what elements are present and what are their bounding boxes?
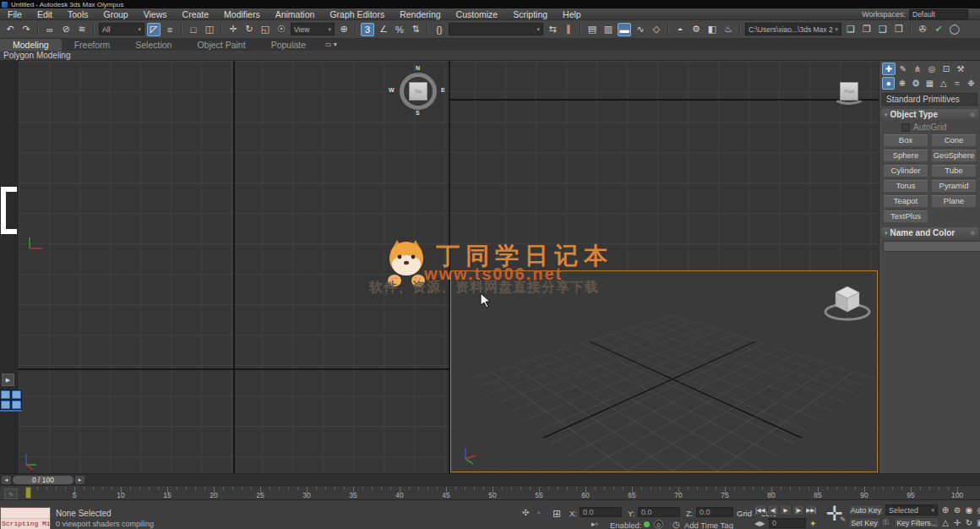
key-mode-toggle-icon[interactable]: ✦ — [809, 519, 816, 528]
menu-customize[interactable]: Customize — [449, 8, 506, 20]
menu-file[interactable]: File — [0, 8, 30, 20]
window-crossing-toggle[interactable]: ◫ — [203, 23, 216, 36]
project-folder-dropdown[interactable]: C:\Users\xiao...\3ds Max 202▾ — [745, 23, 841, 35]
set-key-button[interactable]: Set Key — [848, 517, 880, 528]
render-production-button[interactable]: ♨ — [721, 23, 735, 36]
play-button[interactable]: ▶ — [780, 504, 792, 515]
select-by-name-button[interactable]: ≡ — [163, 23, 177, 36]
ribbon-subbar[interactable]: Polygon Modeling — [0, 51, 980, 61]
select-and-move-button[interactable]: ✛ — [226, 23, 240, 36]
object-type-tube[interactable]: Tube — [931, 165, 977, 177]
object-type-torus[interactable]: Torus — [883, 180, 928, 193]
track-bar[interactable]: ∿ 05101520253035404550556065707580859095… — [0, 485, 980, 500]
rendered-frame-window-button[interactable]: ◧ — [705, 23, 719, 36]
keyable-icon[interactable]: ⚿ — [883, 518, 889, 527]
unlink-selection-button[interactable]: ⊘ — [59, 23, 73, 36]
zoom-icon[interactable]: ⊕ — [940, 504, 950, 515]
workspace-window-pencil-icon[interactable]: ❒ — [892, 23, 906, 36]
menu-views[interactable]: Views — [136, 8, 175, 20]
go-to-start-button[interactable]: |◀◀ — [754, 504, 766, 515]
select-and-scale-button[interactable]: ◱ — [259, 23, 272, 36]
toggle-ribbon-button[interactable]: ▬ — [618, 23, 631, 36]
primitive-category-dropdown[interactable]: Standard Primitives — [882, 93, 977, 106]
use-pivot-point-center-button[interactable]: ⊕ — [337, 23, 351, 36]
snaps-toggle-button[interactable]: 3 — [361, 23, 374, 36]
rollout-name-and-color[interactable]: ▾ Name and Color ⊙ — [881, 227, 978, 238]
material-editor-button[interactable]: ◓ — [673, 23, 687, 36]
zoom-extents-all-icon[interactable]: ◎ — [976, 504, 980, 515]
zoom-all-icon[interactable]: ⊚ — [952, 504, 962, 515]
display-tab-icon[interactable]: ⊡ — [939, 63, 953, 75]
undo-button[interactable]: ↶ — [3, 23, 17, 36]
menu-create[interactable]: Create — [175, 8, 217, 20]
mirror-button[interactable]: ⇆ — [546, 23, 559, 36]
object-type-textplus[interactable]: TextPlus — [883, 210, 928, 223]
object-type-box[interactable]: Box — [883, 134, 928, 147]
ribbon-tab-selection[interactable]: Selection — [122, 39, 184, 51]
mini-play-button[interactable]: ▶ — [2, 374, 14, 386]
object-type-teapot[interactable]: Teapot — [883, 195, 928, 208]
reference-coordinate-system-dropdown[interactable]: View▾ — [291, 23, 335, 35]
menu-help[interactable]: Help — [555, 8, 589, 20]
time-slider[interactable]: 0 / 100 — [13, 476, 74, 484]
select-and-link-button[interactable]: ∞ — [43, 23, 57, 36]
selection-filter-dropdown[interactable]: All▾ — [99, 23, 144, 35]
animation-toggle-icon[interactable]: ▸▫ — [591, 520, 598, 528]
maxscript-mini-listener[interactable]: Scripting Mi — [0, 507, 51, 529]
viewcube-top[interactable]: Top — [409, 82, 427, 101]
menu-group[interactable]: Group — [96, 8, 136, 20]
object-type-cone[interactable]: Cone — [931, 134, 977, 147]
listener-output-area[interactable] — [1, 508, 50, 519]
selection-lock-toggle[interactable]: ✣ — [522, 508, 529, 517]
mini-curve-editor-button[interactable]: ∿ — [4, 488, 18, 499]
ribbon-tab-freeform[interactable]: Freeform — [62, 39, 123, 51]
percent-snap-toggle-button[interactable]: % — [393, 23, 406, 36]
frame-marker[interactable] — [25, 487, 31, 499]
compass-north[interactable]: N — [416, 65, 420, 71]
select-and-rotate-button[interactable]: ↻ — [242, 23, 256, 36]
render-setup-button[interactable]: ⚙ — [689, 23, 703, 36]
previous-frame-button[interactable]: ◀| — [767, 504, 779, 515]
geometry-category-icon[interactable]: ● — [882, 77, 895, 90]
y-coord-field[interactable] — [638, 507, 680, 517]
systems-category-icon[interactable]: ❉ — [965, 77, 977, 90]
rectangular-selection-region-button[interactable]: □ — [187, 23, 200, 36]
align-button[interactable]: ∥ — [562, 23, 575, 36]
workspace-window-gear-icon[interactable]: ❏ — [844, 23, 858, 36]
field-of-view-icon[interactable]: △ — [940, 517, 950, 528]
space-warps-category-icon[interactable]: ≈ — [950, 77, 963, 90]
select-object-button[interactable]: ◸ — [147, 23, 161, 36]
ribbon-config-dropdown[interactable]: ▭ ▾ — [325, 39, 337, 51]
save-file-button[interactable]: ✇ — [916, 23, 929, 36]
utilities-tab-icon[interactable]: ⚒ — [954, 63, 967, 75]
edit-named-selection-sets-button[interactable]: {} — [433, 23, 446, 36]
angle-snap-toggle-button[interactable]: ∠ — [377, 23, 390, 36]
selection-set-dropdown[interactable]: Selected ▾ — [885, 504, 938, 515]
select-and-place-button[interactable]: ☉ — [275, 23, 288, 36]
shapes-category-icon[interactable]: ❋ — [896, 77, 908, 90]
create-tab-icon[interactable]: ✚ — [882, 63, 896, 75]
object-type-geosphere[interactable]: GeoSphere — [931, 150, 977, 162]
compass-south[interactable]: S — [416, 110, 420, 116]
object-type-cylinder[interactable]: Cylinder — [883, 165, 928, 177]
menu-graph-editors[interactable]: Graph Editors — [322, 8, 392, 20]
viewcube-perspective[interactable] — [821, 280, 874, 325]
next-frame-slider-button[interactable]: ▸ — [75, 476, 84, 484]
toggle-scene-explorer-button[interactable]: ▤ — [585, 23, 599, 36]
maximize-viewport-toggle-icon[interactable]: ▣ — [976, 517, 980, 528]
civil-view-check-icon[interactable]: ✔ — [932, 23, 945, 36]
workspace-window-plus-icon[interactable]: ❑ — [876, 23, 890, 36]
spinner-snap-toggle-button[interactable]: ⇅ — [409, 23, 422, 36]
workspace-window-folder-icon[interactable]: ❐ — [860, 23, 874, 36]
menu-animation[interactable]: Animation — [268, 8, 323, 20]
z-coord-field[interactable] — [696, 507, 733, 517]
object-type-pyramid[interactable]: Pyramid — [931, 180, 977, 193]
a360-render-icon[interactable]: ◯ — [948, 23, 961, 36]
bind-to-space-warp-button[interactable]: ≋ — [75, 23, 89, 36]
object-type-sphere[interactable]: Sphere — [883, 150, 928, 162]
motion-tab-icon[interactable]: ◎ — [925, 63, 939, 75]
menu-rendering[interactable]: Rendering — [392, 8, 448, 20]
autogrid-checkbox[interactable] — [901, 123, 910, 132]
pan-icon[interactable]: ✛ — [952, 517, 962, 528]
menu-modifiers[interactable]: Modifiers — [216, 8, 268, 20]
